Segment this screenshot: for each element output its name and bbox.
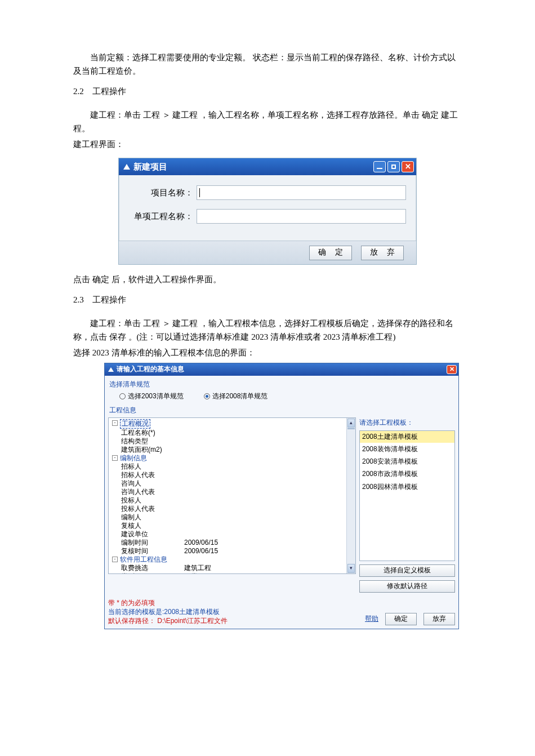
radio-2003[interactable]: 选择2003清单规范 (119, 391, 184, 402)
field-bzr[interactable]: 编制人 (121, 513, 184, 522)
template-list-label: 请选择工程模板： (359, 417, 455, 428)
tree-cat-compile[interactable]: 编制信息 (120, 454, 147, 463)
radio-2003-label: 选择2003清单规范 (128, 391, 184, 402)
default-path-line: 默认保存路径： D:\Epoint\江苏工程文件 (108, 616, 228, 625)
vertical-scrollbar[interactable]: ▴ ▾ (346, 418, 355, 573)
minimize-button[interactable] (373, 161, 386, 172)
dialog-footer: 确 定 放 弃 (119, 241, 416, 264)
collapse-icon[interactable]: - (112, 455, 118, 461)
value-lb[interactable]: 三类 (184, 572, 346, 573)
list-item[interactable]: 2008装饰清单模板 (360, 443, 454, 456)
close-button[interactable]: ✕ (447, 365, 457, 374)
sec22-p2: 建工程界面： (73, 137, 462, 151)
dialog-titlebar[interactable]: 新建项目 ✕ (119, 158, 416, 175)
section-2-3-head: 2.3 工程操作 (73, 293, 462, 306)
current-template-line: 当前选择的模板是:2008土建清单模板 (108, 607, 228, 616)
field-project-name[interactable]: 工程名称(*) (121, 429, 184, 437)
field-area[interactable]: 建筑面积(m2) (121, 446, 184, 454)
dialog-title: 新建项目 (133, 160, 167, 174)
field-jsdw[interactable]: 建设单位 (121, 530, 184, 539)
dialog2-title: 请输入工程的基本信息 (117, 364, 184, 375)
field-lb[interactable]: 类别 (121, 572, 184, 573)
tree-cat-soft[interactable]: 软件用工程信息 (120, 555, 167, 564)
field-zbrdb[interactable]: 招标人代表 (121, 471, 184, 479)
field-tbr[interactable]: 投标人 (121, 496, 184, 505)
cancel-button[interactable]: 放 弃 (361, 246, 404, 260)
app-icon (108, 367, 114, 372)
field-qftx[interactable]: 取费挑选 (121, 564, 184, 572)
field-fhsj[interactable]: 复核时间 (121, 547, 184, 555)
custom-template-button[interactable]: 选择自定义模板 (359, 564, 455, 577)
intro-paragraph: 当前定额：选择工程需要使用的专业定额。 状态栏：显示当前工程的保存路径、名称、计… (73, 51, 462, 78)
maximize-button[interactable] (387, 161, 400, 172)
collapse-icon[interactable]: - (112, 420, 118, 426)
list-item[interactable]: 2008市政清单模板 (360, 468, 454, 481)
scroll-down-icon[interactable]: ▾ (347, 564, 355, 573)
project-info-dialog: 请输入工程的基本信息 ✕ 选择清单规范 选择2003清单规范 选择2008清单规… (104, 363, 459, 629)
list-item[interactable]: 2008园林清单模板 (360, 481, 454, 493)
dialog2-titlebar[interactable]: 请输入工程的基本信息 ✕ (105, 363, 458, 376)
field-zxrdb[interactable]: 咨询人代表 (121, 488, 184, 496)
modify-path-button[interactable]: 修改默认路径 (359, 580, 455, 593)
close-button[interactable]: ✕ (402, 161, 414, 172)
cancel-button[interactable]: 放弃 (423, 613, 455, 625)
list-item[interactable]: 2008土建清单模板 (360, 431, 454, 443)
radio-icon (204, 393, 210, 399)
project-name-input[interactable] (197, 185, 406, 200)
spec-group-label: 选择清单规范 (109, 379, 455, 390)
radio-2008[interactable]: 选择2008清单规范 (204, 391, 268, 402)
list-item[interactable]: 2008安装清单模板 (360, 456, 454, 468)
radio-icon (119, 393, 126, 399)
new-project-dialog: 新建项目 ✕ 项目名称： 单项工程名称： 确 定 放 弃 (118, 158, 417, 265)
help-link[interactable]: 帮助 (365, 613, 378, 624)
tree-cat-overview[interactable]: 工程概况 (120, 419, 150, 429)
radio-2008-label: 选择2008清单规范 (212, 391, 268, 402)
sec23-p1: 建工程：单击 工程 ＞ 建工程 ，输入工程根本信息，选择好工程模板后确定，选择保… (73, 317, 462, 344)
section-2-2-head: 2.2 工程操作 (73, 85, 462, 98)
field-fhr[interactable]: 复核人 (121, 522, 184, 530)
property-tree[interactable]: -工程概况 工程名称(*) 结构类型 建筑面积(m2) -编制信息 招标人 招标… (108, 417, 356, 574)
single-project-label: 单项工程名称： (129, 210, 197, 223)
project-name-label: 项目名称： (129, 186, 197, 199)
field-struct-type[interactable]: 结构类型 (121, 437, 184, 446)
required-note: 带 * 的为必填项 (108, 598, 228, 607)
template-list[interactable]: 2008土建清单模板 2008装饰清单模板 2008安装清单模板 2008市政清… (359, 430, 455, 561)
scroll-up-icon[interactable]: ▴ (347, 419, 355, 428)
ok-button[interactable]: 确定 (385, 613, 417, 625)
after-dlg1: 点击 确定 后，软件进入工程操作界面。 (73, 273, 462, 286)
collapse-icon[interactable]: - (112, 557, 118, 562)
field-tbrdb[interactable]: 投标人代表 (121, 505, 184, 513)
scroll-thumb[interactable] (347, 428, 355, 429)
value-fhsj[interactable]: 2009/06/15 (184, 547, 346, 555)
single-project-input[interactable] (197, 209, 406, 224)
field-zxr[interactable]: 咨询人 (121, 479, 184, 488)
app-icon (123, 164, 130, 170)
field-bzsj[interactable]: 编制时间 (121, 539, 184, 547)
value-bzsj[interactable]: 2009/06/15 (184, 539, 346, 547)
info-group-label: 工程信息 (109, 405, 455, 416)
ok-button[interactable]: 确 定 (309, 246, 352, 260)
value-qftx[interactable]: 建筑工程 (184, 564, 346, 572)
field-zbr[interactable]: 招标人 (121, 463, 184, 471)
sec23-p2: 选择 2023 清单标准的输入工程根本信息的界面： (73, 346, 462, 359)
sec22-p1: 建工程：单击 工程 ＞ 建工程 ，输入工程名称，单项工程名称，选择工程存放路径。… (73, 108, 462, 135)
